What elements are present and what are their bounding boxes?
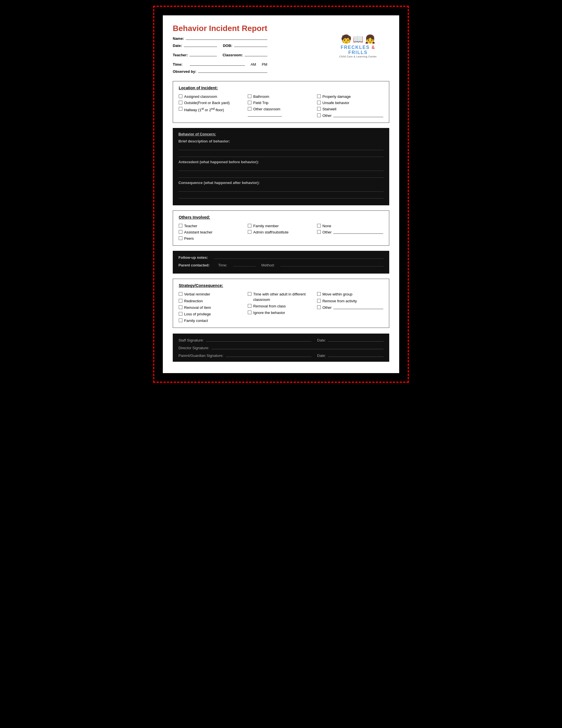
consequence-line1[interactable]: [179, 186, 383, 192]
checkbox-other-classroom[interactable]: [248, 107, 252, 111]
location-col3: Property damage Unsafe behavior Stairwel…: [317, 94, 383, 118]
others-label-asst: Assistant teacher: [184, 230, 213, 235]
checkbox-outside[interactable]: [179, 101, 183, 104]
classroom-input[interactable]: [245, 52, 268, 56]
followup-label: Follow-up notes:: [179, 255, 208, 260]
observed-field-row: Observed by:: [173, 69, 268, 74]
staff-sig-input[interactable]: [206, 338, 311, 342]
list-item: Teacher: [179, 224, 245, 229]
parent-date-input[interactable]: [328, 353, 383, 357]
logo-name: FRECKLES & FRILLS: [332, 45, 383, 55]
parent-sig-label: Parent/Guardian Signature:: [179, 353, 223, 358]
checkbox-teacher[interactable]: [179, 224, 183, 227]
other-loc-input[interactable]: [333, 113, 383, 117]
checkbox-verbal[interactable]: [179, 292, 183, 296]
checkbox-move-group[interactable]: [317, 292, 321, 296]
date-input[interactable]: [184, 43, 217, 47]
followup-input[interactable]: [214, 255, 383, 259]
others-label-none: None: [322, 224, 331, 229]
checkbox-redirect[interactable]: [179, 299, 183, 303]
checkbox-family[interactable]: [248, 224, 252, 227]
others-section: Others Involved: Teacher Assistant teach…: [173, 210, 389, 246]
list-item: Assigned classroom: [179, 94, 245, 99]
director-sig-input[interactable]: [212, 345, 383, 349]
sig-date-input[interactable]: [328, 338, 383, 342]
checkbox-other-loc[interactable]: [317, 113, 321, 117]
description-line2[interactable]: [179, 151, 383, 157]
list-item: Ignore the behavior: [248, 310, 314, 315]
name-input[interactable]: [186, 36, 268, 40]
strategy-label-loss-priv: Loss of privilege: [184, 312, 211, 317]
method-label: Method:: [262, 263, 275, 267]
classroom-field: Classroom:: [223, 52, 268, 57]
logo-ampersand: &: [372, 45, 376, 50]
checkbox-other-strat[interactable]: [317, 305, 321, 309]
logo-frills: FRILLS: [348, 50, 368, 55]
am-label: AM: [251, 62, 256, 67]
teacher-field: Teacher:: [173, 52, 217, 57]
checkbox-stairwell[interactable]: [317, 107, 321, 111]
checkbox-property[interactable]: [317, 94, 321, 98]
checkbox-remove-activity[interactable]: [317, 299, 321, 303]
checkbox-family-contact[interactable]: [179, 319, 183, 322]
others-label-family: Family member: [253, 224, 279, 229]
list-item: Other: [317, 230, 383, 235]
teacher-input[interactable]: [190, 52, 217, 56]
checkbox-ignore[interactable]: [248, 311, 252, 314]
dob-field: DOB:: [223, 43, 267, 48]
list-item: Other classroom: [248, 107, 314, 112]
parent-sig-input[interactable]: [226, 353, 311, 357]
strategy-label-verbal: Verbal reminder: [184, 292, 210, 297]
strategy-title: Strategy/Consequence:: [179, 283, 383, 288]
time-input[interactable]: [190, 62, 245, 66]
dob-input[interactable]: [234, 43, 268, 47]
time-input2[interactable]: [233, 262, 256, 266]
consequence-line2[interactable]: [179, 193, 383, 198]
list-item: Property damage: [317, 94, 383, 99]
observed-input[interactable]: [198, 69, 268, 73]
location-col2: Bathroom Field Trip Other classroom: [248, 94, 314, 118]
director-sig-item: Director Signature:: [179, 345, 383, 350]
strategy-label-family: Family contact: [184, 318, 208, 323]
staff-sig-item: Staff Signature:: [179, 338, 311, 342]
checkbox-admin[interactable]: [248, 230, 252, 234]
time-row: Time: AM PM: [173, 62, 268, 67]
list-item: Time with other adult in different class…: [248, 292, 314, 302]
checkbox-remove-item[interactable]: [179, 305, 183, 309]
header-row: Behavior Incident Report Name: Date: DOB…: [173, 24, 389, 76]
list-item: Assistant teacher: [179, 230, 245, 235]
strategy-label-time-other: Time with other adult in different class…: [253, 292, 314, 302]
list-item: Peers: [179, 236, 245, 241]
checkbox-loss-priv[interactable]: [179, 312, 183, 316]
description-line1[interactable]: [179, 144, 383, 150]
teacher-label: Teacher:: [173, 53, 188, 57]
logo-icon-child2: 👧: [365, 34, 375, 44]
strategy-label-removal: Removal from class: [253, 304, 285, 309]
list-item: Hallway (1st or 2nd floor): [179, 107, 245, 113]
location-section: Location of Incident: Assigned classroom…: [173, 81, 389, 123]
report-title: Behavior Incident Report: [173, 24, 268, 33]
others-label-other: Other: [322, 230, 332, 235]
checkbox-assigned[interactable]: [179, 94, 183, 98]
checkbox-asst-teacher[interactable]: [179, 230, 183, 234]
behavior-title: Behavior of Concern:: [179, 132, 383, 136]
checkbox-other-others[interactable]: [317, 230, 321, 234]
antecedent-line2[interactable]: [179, 172, 383, 178]
other-classroom-input[interactable]: [248, 113, 282, 117]
other-strat-input[interactable]: [333, 305, 383, 309]
other-others-input[interactable]: [333, 230, 383, 234]
pm-label: PM: [262, 62, 268, 67]
list-item: Admin staff/substitute: [248, 230, 314, 235]
checkbox-time-other[interactable]: [248, 292, 252, 296]
checkbox-unsafe[interactable]: [317, 101, 321, 104]
others-label-teacher: Teacher: [184, 224, 197, 229]
checkbox-removal-class[interactable]: [248, 304, 252, 308]
checkbox-peers[interactable]: [179, 236, 183, 240]
checkbox-bathroom[interactable]: [248, 94, 252, 98]
antecedent-line1[interactable]: [179, 165, 383, 171]
checkbox-hallway[interactable]: [179, 107, 183, 111]
checkbox-none[interactable]: [317, 224, 321, 227]
checkbox-fieldtrip[interactable]: [248, 101, 252, 104]
time-label2: Time:: [218, 263, 227, 267]
method-input[interactable]: [281, 262, 383, 266]
